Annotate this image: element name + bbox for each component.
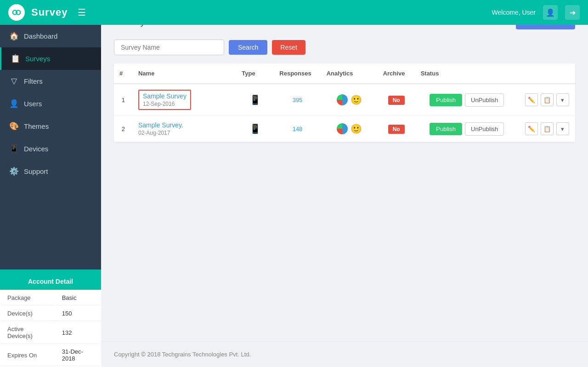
sidebar-item-label-filters: Filters [24,77,43,85]
row1-analytics-icons: 🙂 [327,94,372,105]
account-label-devices: Device(s) [1,306,55,321]
footer: Copyright © 2018 Techgrains Technologies… [101,341,588,342]
account-row-active-devices: Active Device(s) 132 [1,322,100,342]
row1-num: 1 [114,84,133,116]
sidebar-item-devices[interactable]: 📱 Devices [0,138,101,160]
row2-num: 2 [114,116,133,142]
row1-type: 📱 [236,84,274,116]
survey-table: # Name Type Responses Analytics Archive … [114,63,575,142]
row1-action-buttons: ✏️ 📋 ▾ [524,93,570,106]
search-bar: Search Reset [114,40,575,55]
row2-edit-button[interactable]: ✏️ [525,122,538,135]
col-header-archive: Archive [378,63,415,84]
surveys-icon: 📋 [11,54,20,63]
devices-icon: 📱 [9,144,18,154]
row2-name-link[interactable]: Sample Survey. [138,121,231,129]
row2-actions: ✏️ 📋 ▾ [519,116,575,142]
row2-responses-link[interactable]: 148 [293,126,303,132]
account-detail-section: Account Detail Package Basic Device(s) 1… [0,270,101,342]
col-header-analytics: Analytics [321,63,378,84]
row2-type-icon: 📱 [249,124,261,134]
row1-pie-chart[interactable] [337,94,348,105]
col-header-num: # [114,63,133,84]
row2-type: 📱 [236,116,274,142]
user-profile-button[interactable]: 👤 [543,5,558,20]
row1-actions: ✏️ 📋 ▾ [519,84,575,116]
row1-smiley-icon[interactable]: 🙂 [351,94,362,105]
row2-status-actions: Publish UnPublish [421,122,513,136]
row1-more-button[interactable]: ▾ [556,93,569,106]
row2-date: 02-Aug-2017 [138,130,231,136]
sidebar-item-label-surveys: Surveys [25,55,50,63]
themes-icon: 🎨 [9,121,18,131]
row1-edit-button[interactable]: ✏️ [525,93,538,106]
sidebar-item-dashboard[interactable]: 🏠 Dashboard [0,25,101,47]
account-value-devices: 150 [56,306,100,321]
reset-button[interactable]: Reset [272,40,305,55]
col-header-actions [519,63,575,84]
table-row: 1 Sample Survey 12-Sep-2016 📱 395 [114,84,575,116]
row1-copy-button[interactable]: 📋 [541,93,554,106]
account-detail-title: Account Detail [0,275,101,290]
row2-analytics: 🙂 [321,116,378,142]
sidebar-item-label-themes: Themes [24,122,49,130]
row1-responses-link[interactable]: 395 [293,97,303,103]
dashboard-icon: 🏠 [9,31,18,41]
row1-archive-badge: No [388,96,405,105]
sidebar: 🏠 Dashboard 📋 Surveys ▽ Filters 👤 Users … [0,25,101,342]
row1-status: Publish UnPublish [415,84,519,116]
col-header-responses: Responses [274,63,321,84]
welcome-text: Welcome, User [492,9,536,16]
col-header-name: Name [133,63,236,84]
support-icon: ⚙️ [9,166,18,176]
header-right: Welcome, User 👤 ➔ [492,5,580,20]
row2-copy-button[interactable]: 📋 [541,122,554,135]
account-value-package: Basic [56,291,100,305]
account-value-active-devices: 132 [56,322,100,342]
row1-date: 12-Sep-2016 [143,101,187,107]
sidebar-item-surveys[interactable]: 📋 Surveys [0,47,101,70]
logout-button[interactable]: ➔ [565,5,580,20]
sidebar-item-support[interactable]: ⚙️ Support [0,160,101,183]
table-row: 2 Sample Survey. 02-Aug-2017 📱 148 🙂 [114,116,575,142]
account-label-package: Package [1,291,55,305]
col-header-type: Type [236,63,274,84]
sidebar-item-label-users: Users [24,100,42,108]
logo-icon [8,4,25,21]
row1-name-link[interactable]: Sample Survey [143,92,187,100]
table-header-row: # Name Type Responses Analytics Archive … [114,63,575,84]
row1-name-highlight: Sample Survey 12-Sep-2016 [138,90,191,110]
row2-pie-chart[interactable] [337,123,348,134]
row1-responses: 395 [274,84,321,116]
row1-archive: No [378,84,415,116]
row2-responses: 148 [274,116,321,142]
row1-type-icon: 📱 [249,95,261,105]
row1-unpublish-button[interactable]: UnPublish [465,93,504,107]
header-left: Survey ☰ [8,4,86,21]
row1-status-actions: Publish UnPublish [421,93,513,107]
logo-text: Survey [31,6,68,18]
row2-status: Publish UnPublish [415,116,519,142]
account-label-active-devices: Active Device(s) [1,322,55,342]
account-row-devices: Device(s) 150 [1,306,100,321]
row1-publish-button[interactable]: Publish [430,94,462,106]
sidebar-item-label-dashboard: Dashboard [24,32,57,40]
search-input[interactable] [114,40,224,55]
account-row-package: Package Basic [1,291,100,305]
sidebar-item-themes[interactable]: 🎨 Themes [0,115,101,138]
hamburger-icon[interactable]: ☰ [78,7,86,18]
row2-analytics-icons: 🙂 [327,123,372,134]
header: Survey ☰ Welcome, User 👤 ➔ [0,0,588,25]
filters-icon: ▽ [9,76,18,86]
row2-smiley-icon[interactable]: 🙂 [351,123,362,134]
row2-action-buttons: ✏️ 📋 ▾ [524,122,570,135]
row2-archive: No [378,116,415,142]
row2-unpublish-button[interactable]: UnPublish [465,122,504,136]
col-header-status: Status [415,63,519,84]
row2-more-button[interactable]: ▾ [556,122,569,135]
row2-publish-button[interactable]: Publish [430,123,462,135]
sidebar-item-users[interactable]: 👤 Users [0,92,101,115]
sidebar-item-filters[interactable]: ▽ Filters [0,70,101,92]
search-button[interactable]: Search [229,40,267,55]
main-content: Surveys Create Survey Search Reset # Nam… [101,0,588,342]
